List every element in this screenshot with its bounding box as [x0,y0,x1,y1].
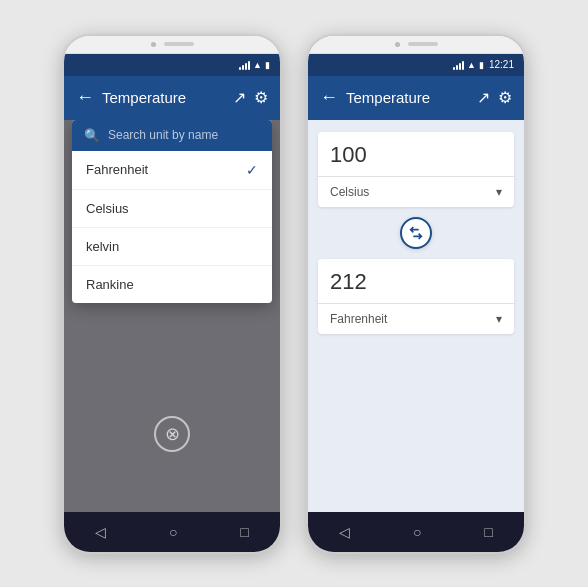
unit-name-rankine: Rankine [86,277,134,292]
unit-item-rankine[interactable]: Rankine [72,266,272,303]
nav-bar-right: ◁ ○ □ [308,512,524,552]
phone-top-right [308,36,524,54]
check-icon-fahrenheit: ✓ [246,162,258,178]
phone-top-left [64,36,280,54]
camera-dot [151,42,156,47]
status-bar-left: ▲ ▮ [64,54,280,76]
output-unit-selector[interactable]: Fahrenheit ▾ [330,304,502,334]
home-nav-left[interactable]: ○ [169,524,177,540]
settings-icon-right[interactable]: ⚙ [498,88,512,107]
status-icons-right: ▲ ▮ 12:21 [453,59,514,70]
home-nav-right[interactable]: ○ [413,524,421,540]
battery-icon-right: ▮ [479,60,484,70]
unit-name-kelvin: kelvin [86,239,119,254]
right-phone: ▲ ▮ 12:21 ← Temperature ↗ ⚙ 100 Celsius … [306,34,526,554]
input-card: 100 Celsius ▾ [318,132,514,207]
dropdown-sheet: 🔍 Search unit by name Fahrenheit ✓ Celsi… [72,120,272,303]
output-card: 212 Fahrenheit ▾ [318,259,514,334]
camera-dot-right [395,42,400,47]
app-title-left: Temperature [102,89,225,106]
back-nav-right[interactable]: ◁ [339,524,350,540]
app-bar-right: ← Temperature ↗ ⚙ [308,76,524,120]
share-icon-left[interactable]: ↗ [233,88,246,107]
unit-name-fahrenheit: Fahrenheit [86,162,148,177]
left-phone: ▲ ▮ ← Temperature ↗ ⚙ 1 🔍 Search unit by… [62,34,282,554]
settings-icon-left[interactable]: ⚙ [254,88,268,107]
unit-item-kelvin[interactable]: kelvin [72,228,272,266]
status-bar-right: ▲ ▮ 12:21 [308,54,524,76]
signal-icon-right [453,60,464,70]
close-button-container: ⊗ [154,416,190,452]
app-title-right: Temperature [346,89,469,106]
unit-item-fahrenheit[interactable]: Fahrenheit ✓ [72,151,272,190]
recent-nav-right[interactable]: □ [484,524,492,540]
recent-nav-left[interactable]: □ [240,524,248,540]
input-value[interactable]: 100 [330,142,502,176]
share-icon-right[interactable]: ↗ [477,88,490,107]
unit-name-celsius: Celsius [86,201,129,216]
status-icons-left: ▲ ▮ [239,60,270,70]
time-display: 12:21 [489,59,514,70]
speaker-right [408,42,438,46]
chevron-down-icon-output: ▾ [496,312,502,326]
back-nav-left[interactable]: ◁ [95,524,106,540]
content-left: 1 🔍 Search unit by name Fahrenheit ✓ Cel… [64,120,280,512]
input-unit-selector[interactable]: Celsius ▾ [330,177,502,207]
input-unit-label: Celsius [330,185,369,199]
output-unit-label: Fahrenheit [330,312,387,326]
speaker [164,42,194,46]
back-button-left[interactable]: ← [76,87,94,108]
content-right: 100 Celsius ▾ 212 Fahrenheit ▾ [308,120,524,512]
search-bar[interactable]: 🔍 Search unit by name [72,120,272,151]
wifi-icon-right: ▲ [467,60,476,70]
output-value: 212 [330,269,502,303]
chevron-down-icon-input: ▾ [496,185,502,199]
unit-item-celsius[interactable]: Celsius [72,190,272,228]
search-placeholder: Search unit by name [108,128,218,142]
signal-icon [239,60,250,70]
close-button[interactable]: ⊗ [154,416,190,452]
back-button-right[interactable]: ← [320,87,338,108]
swap-button[interactable] [400,217,432,249]
wifi-icon: ▲ [253,60,262,70]
search-icon: 🔍 [84,128,100,143]
battery-icon: ▮ [265,60,270,70]
nav-bar-left: ◁ ○ □ [64,512,280,552]
app-bar-left: ← Temperature ↗ ⚙ [64,76,280,120]
